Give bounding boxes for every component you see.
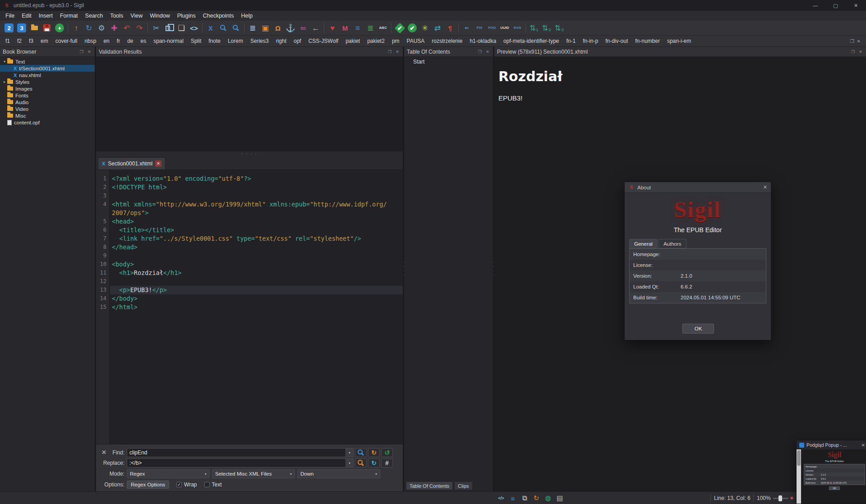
code-line[interactable]: 13 <p>EPUB3!</p> bbox=[96, 286, 403, 294]
copy-icon[interactable] bbox=[162, 22, 175, 34]
expand-arrow-icon[interactable]: ▾ bbox=[2, 60, 7, 64]
replace-find-button[interactable] bbox=[355, 458, 367, 467]
code-view-icon[interactable]: <> bbox=[188, 22, 200, 34]
float-panel-icon[interactable]: ❐ bbox=[477, 50, 483, 54]
tree-item[interactable]: Audio bbox=[0, 99, 95, 105]
about-tab-authors[interactable]: Authors bbox=[659, 239, 686, 248]
replace-button[interactable]: ↻ bbox=[368, 458, 380, 467]
renumber-2-icon[interactable]: ⇅₂ bbox=[540, 22, 553, 34]
fix2-icon[interactable]: FIX2 bbox=[486, 22, 498, 34]
code-line[interactable]: 14</body> bbox=[96, 294, 403, 303]
insert-image-icon[interactable]: ▣ bbox=[259, 22, 272, 34]
tree-item[interactable]: content.opf bbox=[0, 119, 95, 126]
well-formed-check-icon[interactable]: ✔ bbox=[393, 22, 406, 34]
replace-all-button[interactable]: # bbox=[381, 458, 393, 467]
code-line[interactable]: 2<!DOCTYPE html> bbox=[96, 183, 403, 192]
quick-button-rozstrzelenie[interactable]: rozstrzelenie bbox=[428, 37, 466, 46]
quick-button-fn-number[interactable]: fn-number bbox=[631, 37, 663, 46]
find-icon[interactable] bbox=[217, 22, 230, 34]
quick-button-f1[interactable]: f1 bbox=[2, 37, 14, 46]
new-epub3-icon[interactable]: 3 bbox=[15, 22, 28, 34]
quick-button-de[interactable]: de bbox=[124, 37, 137, 46]
metadata-editor-icon[interactable]: ≣ bbox=[246, 22, 259, 34]
uuid-icon[interactable]: UUID bbox=[498, 22, 511, 34]
code-line[interactable]: 8</head> bbox=[96, 243, 403, 252]
close-panel-icon[interactable]: ✕ bbox=[87, 50, 92, 54]
menu-view[interactable]: View bbox=[127, 12, 146, 20]
quick-button-opf[interactable]: opf bbox=[290, 37, 305, 46]
code-line[interactable]: 11 <h1>Rozdział</h1> bbox=[96, 269, 403, 277]
menu-window[interactable]: Window bbox=[146, 12, 173, 20]
tree-item[interactable]: Misc bbox=[0, 112, 95, 119]
quick-button-fr[interactable]: fr bbox=[113, 37, 124, 46]
float-panel-icon[interactable]: ❐ bbox=[387, 50, 392, 54]
close-panel-icon[interactable]: ✕ bbox=[485, 50, 490, 54]
code-line[interactable]: 10<body> bbox=[96, 260, 403, 269]
refresh-icon[interactable]: ↻ bbox=[83, 22, 95, 34]
toc-item[interactable]: Start bbox=[404, 58, 493, 65]
about-dialog-titlebar[interactable]: S About ✕ bbox=[625, 182, 771, 193]
anchor-icon[interactable]: ⚓ bbox=[284, 22, 297, 34]
quick-button-pm[interactable]: pm bbox=[388, 37, 403, 46]
menu-edit[interactable]: Edit bbox=[18, 12, 35, 20]
index-editor-icon[interactable]: ≣ bbox=[364, 22, 377, 34]
replace-input[interactable] bbox=[127, 458, 346, 467]
link-icon[interactable]: ∞ bbox=[297, 22, 309, 34]
minimize-button[interactable]: — bbox=[805, 0, 825, 11]
quick-button-en[interactable]: en bbox=[100, 37, 113, 46]
quick-button-cover-full[interactable]: cover-full bbox=[52, 37, 81, 46]
renumber-3-icon[interactable]: ⇅₃ bbox=[553, 22, 566, 34]
code-inspect-icon[interactable]: </> bbox=[496, 493, 506, 503]
quick-button-lorem[interactable]: Lorem bbox=[224, 37, 247, 46]
tree-item[interactable]: ▸Styles bbox=[0, 78, 95, 85]
spellcheck-icon[interactable]: ABC bbox=[377, 22, 389, 34]
quick-button-fn-div-out[interactable]: fn-div-out bbox=[602, 37, 631, 46]
quick-button-pakiet2[interactable]: pakiet2 bbox=[364, 37, 388, 46]
expand-arrow-icon[interactable]: ▸ bbox=[2, 80, 7, 84]
ok-button[interactable]: OK bbox=[682, 324, 714, 334]
find-history-dropdown-icon[interactable]: ▾ bbox=[346, 448, 354, 457]
menu-help[interactable]: Help bbox=[238, 12, 257, 20]
mend-code-icon[interactable]: ✳ bbox=[419, 22, 431, 34]
show-tags-icon[interactable]: ¶ bbox=[444, 22, 456, 34]
close-panel-icon[interactable]: ✕ bbox=[395, 50, 400, 54]
change-case-icon[interactable]: ac bbox=[461, 22, 473, 34]
settings-icon[interactable]: ⚙ bbox=[95, 22, 108, 34]
quick-button-es[interactable]: es bbox=[137, 37, 150, 46]
wrap-checkbox[interactable]: ✓ Wrap bbox=[176, 481, 197, 488]
quick-button-em[interactable]: em bbox=[37, 37, 52, 46]
text-checkbox[interactable]: Text bbox=[204, 481, 222, 488]
cut-icon[interactable]: ✂ bbox=[150, 22, 162, 34]
print-icon[interactable]: ▤ bbox=[555, 493, 565, 503]
tree-item[interactable]: ▾Text bbox=[0, 58, 95, 65]
tree-item[interactable]: Xnav.xhtml bbox=[0, 72, 95, 78]
code-line[interactable]: 6 <title></title> bbox=[96, 226, 403, 234]
about-close-icon[interactable]: ✕ bbox=[763, 184, 767, 190]
reports-icon[interactable]: ≡ bbox=[351, 22, 364, 34]
popup-vertical-scrollbar[interactable] bbox=[797, 449, 801, 504]
redo-icon[interactable]: ↷ bbox=[133, 22, 146, 34]
count-all-button[interactable]: ↻ bbox=[368, 448, 380, 457]
delete-icon[interactable]: X bbox=[204, 22, 217, 34]
code-editor[interactable]: 1<?xml version="1.0" encoding="utf-8"?>2… bbox=[96, 170, 403, 444]
quick-button-fn-in-p[interactable]: fn-in-p bbox=[579, 37, 602, 46]
quick-button-h1-okladka[interactable]: h1-okladka bbox=[466, 37, 500, 46]
dock-tab-clips[interactable]: Clips bbox=[454, 481, 472, 490]
find-button[interactable] bbox=[355, 448, 367, 457]
code-line[interactable]: 9 bbox=[96, 252, 403, 260]
quick-button-span-normal[interactable]: span-normal bbox=[150, 37, 187, 46]
open-icon[interactable] bbox=[28, 22, 41, 34]
menu-checkpoints[interactable]: Checkpoints bbox=[199, 12, 238, 20]
back-link-icon[interactable]: ← bbox=[309, 22, 322, 34]
dock-tab-table-of-contents[interactable]: Table Of Contents bbox=[406, 481, 453, 490]
tree-item[interactable]: Fonts bbox=[0, 92, 95, 99]
zoom-slider-thumb[interactable] bbox=[778, 495, 782, 501]
status-indicator-red-icon[interactable]: ■ bbox=[790, 495, 793, 500]
code-line[interactable]: 7 <link href="../s/Style0001.css" type="… bbox=[96, 234, 403, 243]
move-up-icon[interactable]: ↑ bbox=[70, 22, 83, 34]
quick-button-nbsp[interactable]: nbsp bbox=[81, 37, 100, 46]
code-line[interactable]: 5<head> bbox=[96, 217, 403, 226]
quick-button-pakiet[interactable]: pakiet bbox=[342, 37, 364, 46]
save-icon[interactable] bbox=[41, 22, 53, 34]
menu-format[interactable]: Format bbox=[56, 12, 82, 20]
